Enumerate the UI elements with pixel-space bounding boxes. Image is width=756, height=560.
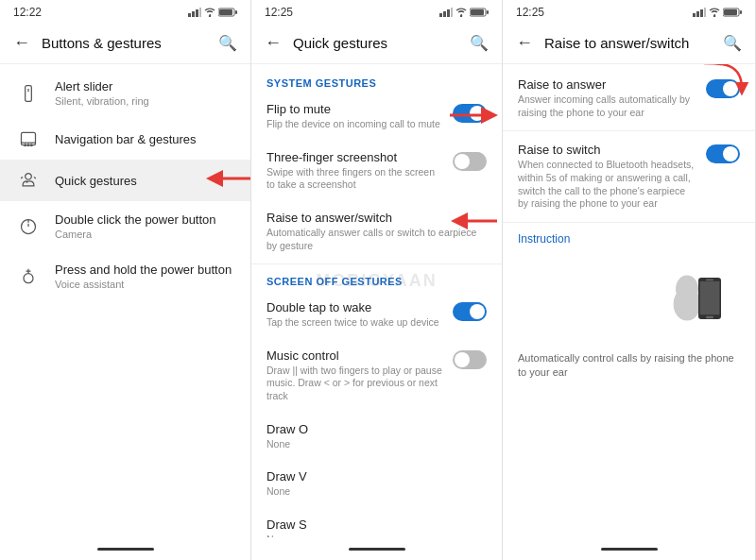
svg-rect-7	[235, 10, 237, 14]
quick-gestures-list: SYSTEM GESTURES Flip to mute Flip the de…	[251, 64, 502, 537]
search-icon-1[interactable]: 🔍	[218, 34, 237, 52]
draw-v-title: Draw V	[266, 469, 487, 484]
alert-slider-icon	[15, 84, 42, 103]
svg-rect-21	[443, 11, 446, 17]
gesture-draw-o[interactable]: Draw O None	[251, 413, 502, 461]
raise-to-answer-list: Raise to answer Answer incoming calls au…	[503, 64, 755, 537]
svg-rect-43	[706, 316, 713, 318]
svg-rect-26	[471, 9, 484, 15]
raise-to-switch-item-title: Raise to switch	[518, 143, 698, 157]
illustration-area	[503, 253, 755, 348]
navigation-bar-icon	[15, 129, 42, 148]
setting-double-click-power[interactable]: Double click the power button Camera	[0, 201, 250, 251]
double-tap-toggle[interactable]	[453, 302, 487, 321]
music-control-subtitle: Draw || with two fingers to play or paus…	[266, 365, 445, 403]
arrow-to-quick-gestures	[205, 165, 250, 195]
back-button-2[interactable]: ←	[265, 33, 282, 53]
panel-header-2: ← Quick gestures 🔍	[251, 23, 502, 64]
svg-point-39	[674, 287, 701, 320]
music-control-title: Music control	[266, 348, 445, 363]
wifi-icon-2	[455, 8, 467, 17]
draw-s-title: Draw S	[266, 518, 487, 532]
raise-to-answer-item[interactable]: Raise to answer Answer incoming calls au…	[503, 68, 755, 128]
time-1: 12:22	[13, 6, 42, 19]
flip-to-mute-subtitle: Flip the device on incoming call to mute	[266, 118, 445, 131]
alert-slider-text: Alert slider Silent, vibration, ring	[55, 79, 235, 107]
svg-rect-32	[700, 9, 703, 17]
wifi-icon-3	[709, 8, 720, 17]
instruction-link[interactable]: Instruction	[503, 225, 755, 253]
svg-rect-33	[704, 8, 706, 17]
alert-slider-subtitle: Silent, vibration, ring	[55, 95, 235, 107]
bottom-indicator-3	[601, 548, 658, 551]
music-control-text: Music control Draw || with two fingers t…	[266, 348, 453, 403]
svg-rect-42	[706, 279, 713, 280]
battery-icon	[218, 8, 237, 17]
music-control-toggle[interactable]	[453, 350, 487, 369]
panel-header-3: ← Raise to answer/switch 🔍	[503, 23, 755, 64]
arrow-raise-answer	[695, 64, 751, 100]
gesture-draw-s[interactable]: Draw S None	[251, 508, 502, 537]
press-hold-power-subtitle: Voice assistant	[55, 279, 235, 290]
press-hold-power-title: Press and hold the power button	[55, 263, 235, 277]
flip-to-mute-text: Flip to mute Flip the device on incoming…	[266, 102, 453, 131]
bottom-bar-2	[251, 537, 502, 560]
raise-to-switch-item[interactable]: Raise to switch When connected to Blueto…	[503, 133, 755, 220]
svg-rect-0	[188, 13, 191, 17]
panel-title-2: Quick gestures	[293, 35, 470, 51]
battery-icon-2	[470, 8, 489, 17]
status-bar-1: 12:22	[0, 0, 250, 23]
screen-off-gestures-header: SCREEN OFF GESTURES	[251, 266, 502, 291]
music-control-row: Music control Draw || with two fingers t…	[266, 348, 487, 403]
divider-3	[503, 222, 755, 223]
signal-icon	[188, 8, 201, 17]
press-hold-power-text: Press and hold the power button Voice as…	[55, 263, 235, 290]
back-button-1[interactable]: ←	[13, 33, 30, 53]
search-icon-2[interactable]: 🔍	[470, 34, 489, 52]
status-icons-2	[439, 8, 489, 17]
svg-rect-27	[487, 10, 489, 14]
phone-illustration	[664, 263, 740, 338]
raise-to-switch-toggle[interactable]	[706, 144, 740, 163]
signal-icon-2	[439, 8, 453, 17]
status-bar-3: 12:25	[503, 0, 755, 23]
setting-press-hold-power[interactable]: Press and hold the power button Voice as…	[0, 251, 250, 301]
alert-slider-title: Alert slider	[55, 79, 235, 93]
gesture-music-control[interactable]: Music control Draw || with two fingers t…	[251, 339, 502, 413]
svg-point-19	[24, 273, 33, 282]
draw-o-subtitle: None	[266, 438, 487, 451]
draw-s-subtitle: None	[266, 534, 487, 537]
gesture-draw-v[interactable]: Draw V None	[251, 460, 502, 508]
svg-rect-37	[740, 10, 742, 14]
svg-rect-30	[693, 13, 696, 17]
gesture-double-tap-wake[interactable]: Double tap to wake Tap the screen twice …	[251, 291, 502, 339]
quick-gestures-icon	[15, 171, 42, 190]
setting-alert-slider[interactable]: Alert slider Silent, vibration, ring	[0, 68, 250, 118]
svg-rect-20	[439, 13, 442, 17]
gesture-raise-to-answer[interactable]: Raise to answer/switch Automatically ans…	[251, 201, 502, 262]
back-button-3[interactable]: ←	[516, 33, 533, 53]
svg-rect-22	[447, 9, 450, 17]
gesture-flip-to-mute[interactable]: Flip to mute Flip the device on incoming…	[251, 93, 502, 141]
bottom-bar-1	[0, 537, 250, 560]
three-finger-toggle[interactable]	[453, 152, 487, 171]
draw-v-subtitle: None	[266, 485, 487, 499]
wifi-icon	[204, 8, 215, 17]
raise-to-answer-item-title: Raise to answer	[518, 77, 698, 92]
arrow-flip-to-mute	[440, 102, 502, 132]
panel-title-3: Raise to answer/switch	[544, 35, 723, 51]
bottom-indicator-1	[97, 548, 154, 551]
search-icon-3[interactable]: 🔍	[723, 34, 742, 52]
setting-quick-gestures[interactable]: Quick gestures	[0, 160, 250, 201]
raise-to-answer-item-subtitle: Answer incoming calls automatically by r…	[518, 93, 698, 119]
double-tap-title: Double tap to wake	[266, 300, 445, 314]
draw-o-title: Draw O	[266, 422, 487, 436]
three-finger-text: Three-finger screenshot Swipe with three…	[266, 150, 453, 192]
gesture-three-finger-screenshot[interactable]: Three-finger screenshot Swipe with three…	[251, 141, 502, 201]
settings-list: Alert slider Silent, vibration, ring Nav…	[0, 64, 250, 537]
flip-to-mute-title: Flip to mute	[266, 102, 445, 116]
panel-buttons-gestures: 12:22 ← Buttons & gestures 🔍	[0, 0, 251, 560]
setting-navigation-bar[interactable]: Navigation bar & gestures	[0, 118, 250, 160]
time-3: 12:25	[516, 6, 544, 19]
svg-rect-6	[219, 9, 232, 15]
